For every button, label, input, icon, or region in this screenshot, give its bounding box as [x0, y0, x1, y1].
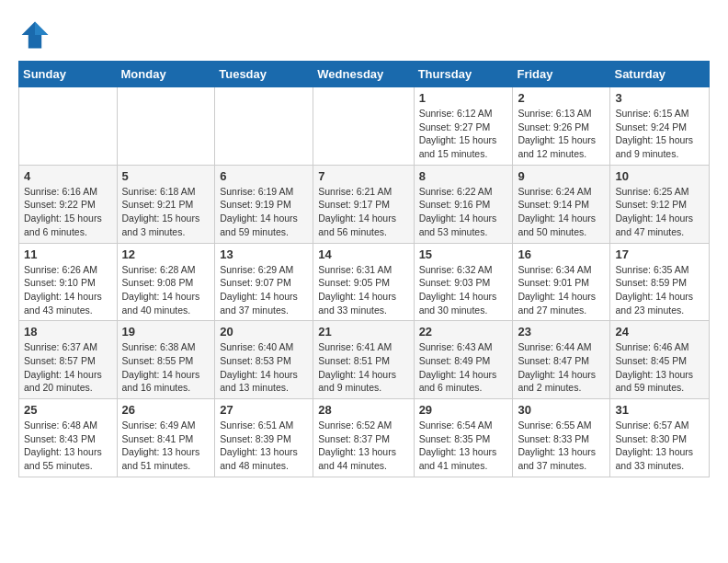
day-info: Sunrise: 6:37 AM Sunset: 8:57 PM Dayligh…: [24, 340, 112, 395]
calendar-cell: 5Sunrise: 6:18 AM Sunset: 9:21 PM Daylig…: [117, 165, 215, 243]
day-number: 6: [220, 169, 308, 183]
day-number: 23: [518, 325, 605, 339]
day-header-thursday: Thursday: [414, 62, 513, 87]
day-info: Sunrise: 6:41 AM Sunset: 8:51 PM Dayligh…: [318, 340, 408, 395]
calendar-cell: 31Sunrise: 6:57 AM Sunset: 8:30 PM Dayli…: [610, 399, 710, 477]
calendar-cell: 25Sunrise: 6:48 AM Sunset: 8:43 PM Dayli…: [19, 399, 118, 477]
day-info: Sunrise: 6:49 AM Sunset: 8:41 PM Dayligh…: [122, 419, 210, 473]
day-number: 8: [419, 169, 508, 183]
calendar-cell: 14Sunrise: 6:31 AM Sunset: 9:05 PM Dayli…: [313, 243, 414, 321]
calendar-cell: 27Sunrise: 6:51 AM Sunset: 8:39 PM Dayli…: [215, 399, 313, 477]
day-number: 24: [615, 325, 704, 339]
day-number: 16: [518, 247, 605, 261]
calendar-cell: 7Sunrise: 6:21 AM Sunset: 9:17 PM Daylig…: [313, 165, 414, 243]
day-number: 17: [615, 247, 704, 261]
calendar-cell: 26Sunrise: 6:49 AM Sunset: 8:41 PM Dayli…: [117, 399, 215, 477]
day-info: Sunrise: 6:55 AM Sunset: 8:33 PM Dayligh…: [518, 419, 605, 473]
day-info: Sunrise: 6:19 AM Sunset: 9:19 PM Dayligh…: [220, 185, 308, 239]
day-header-sunday: Sunday: [19, 62, 118, 87]
day-info: Sunrise: 6:34 AM Sunset: 9:01 PM Dayligh…: [518, 263, 605, 317]
calendar-cell: 11Sunrise: 6:26 AM Sunset: 9:10 PM Dayli…: [19, 243, 118, 321]
calendar-cell: 16Sunrise: 6:34 AM Sunset: 9:01 PM Dayli…: [513, 243, 610, 321]
day-info: Sunrise: 6:28 AM Sunset: 9:08 PM Dayligh…: [122, 263, 210, 317]
day-info: Sunrise: 6:32 AM Sunset: 9:03 PM Dayligh…: [419, 263, 508, 317]
day-number: 18: [24, 325, 112, 339]
page-header: [18, 18, 710, 52]
day-info: Sunrise: 6:43 AM Sunset: 8:49 PM Dayligh…: [419, 340, 508, 395]
day-info: Sunrise: 6:40 AM Sunset: 8:53 PM Dayligh…: [220, 340, 308, 395]
day-info: Sunrise: 6:12 AM Sunset: 9:27 PM Dayligh…: [419, 107, 508, 161]
day-header-tuesday: Tuesday: [215, 62, 313, 87]
day-header-wednesday: Wednesday: [313, 62, 414, 87]
day-info: Sunrise: 6:38 AM Sunset: 8:55 PM Dayligh…: [122, 340, 210, 395]
calendar-cell: 15Sunrise: 6:32 AM Sunset: 9:03 PM Dayli…: [414, 243, 513, 321]
calendar-cell: 28Sunrise: 6:52 AM Sunset: 8:37 PM Dayli…: [313, 399, 414, 477]
calendar-cell: 30Sunrise: 6:55 AM Sunset: 8:33 PM Dayli…: [513, 399, 610, 477]
calendar-week-4: 18Sunrise: 6:37 AM Sunset: 8:57 PM Dayli…: [19, 321, 710, 399]
day-number: 22: [419, 325, 508, 339]
day-info: Sunrise: 6:54 AM Sunset: 8:35 PM Dayligh…: [419, 419, 508, 473]
calendar-cell: 9Sunrise: 6:24 AM Sunset: 9:14 PM Daylig…: [513, 165, 610, 243]
day-info: Sunrise: 6:25 AM Sunset: 9:12 PM Dayligh…: [615, 185, 704, 239]
day-info: Sunrise: 6:15 AM Sunset: 9:24 PM Dayligh…: [615, 107, 704, 161]
day-number: 11: [24, 247, 112, 261]
calendar-cell: 8Sunrise: 6:22 AM Sunset: 9:16 PM Daylig…: [414, 165, 513, 243]
day-number: 30: [518, 403, 605, 417]
day-info: Sunrise: 6:31 AM Sunset: 9:05 PM Dayligh…: [318, 263, 408, 317]
day-number: 3: [615, 91, 704, 105]
calendar-cell: 1Sunrise: 6:12 AM Sunset: 9:27 PM Daylig…: [414, 87, 513, 166]
calendar-cell: 20Sunrise: 6:40 AM Sunset: 8:53 PM Dayli…: [215, 321, 313, 399]
day-number: 1: [419, 91, 508, 105]
day-number: 21: [318, 325, 408, 339]
day-info: Sunrise: 6:29 AM Sunset: 9:07 PM Dayligh…: [220, 263, 308, 317]
day-header-monday: Monday: [117, 62, 215, 87]
day-number: 10: [615, 169, 704, 183]
calendar-cell: [117, 87, 215, 166]
calendar-cell: 2Sunrise: 6:13 AM Sunset: 9:26 PM Daylig…: [513, 87, 610, 166]
day-number: 5: [122, 169, 210, 183]
day-number: 9: [518, 169, 605, 183]
day-number: 14: [318, 247, 408, 261]
day-info: Sunrise: 6:35 AM Sunset: 8:59 PM Dayligh…: [615, 263, 704, 317]
calendar-cell: 24Sunrise: 6:46 AM Sunset: 8:45 PM Dayli…: [610, 321, 710, 399]
calendar-cell: 13Sunrise: 6:29 AM Sunset: 9:07 PM Dayli…: [215, 243, 313, 321]
day-number: 29: [419, 403, 508, 417]
day-info: Sunrise: 6:13 AM Sunset: 9:26 PM Dayligh…: [518, 107, 605, 161]
calendar-cell: 21Sunrise: 6:41 AM Sunset: 8:51 PM Dayli…: [313, 321, 414, 399]
day-info: Sunrise: 6:22 AM Sunset: 9:16 PM Dayligh…: [419, 185, 508, 239]
day-number: 15: [419, 247, 508, 261]
calendar-cell: [313, 87, 414, 166]
day-info: Sunrise: 6:24 AM Sunset: 9:14 PM Dayligh…: [518, 185, 605, 239]
day-info: Sunrise: 6:51 AM Sunset: 8:39 PM Dayligh…: [220, 419, 308, 473]
day-number: 25: [24, 403, 112, 417]
day-info: Sunrise: 6:46 AM Sunset: 8:45 PM Dayligh…: [615, 340, 704, 395]
day-number: 13: [220, 247, 308, 261]
day-info: Sunrise: 6:16 AM Sunset: 9:22 PM Dayligh…: [24, 185, 112, 239]
day-info: Sunrise: 6:44 AM Sunset: 8:47 PM Dayligh…: [518, 340, 605, 395]
calendar-header-row: SundayMondayTuesdayWednesdayThursdayFrid…: [19, 62, 710, 87]
calendar-week-3: 11Sunrise: 6:26 AM Sunset: 9:10 PM Dayli…: [19, 243, 710, 321]
svg-marker-1: [35, 22, 48, 35]
day-info: Sunrise: 6:57 AM Sunset: 8:30 PM Dayligh…: [615, 419, 704, 473]
calendar-cell: 29Sunrise: 6:54 AM Sunset: 8:35 PM Dayli…: [414, 399, 513, 477]
calendar-cell: 23Sunrise: 6:44 AM Sunset: 8:47 PM Dayli…: [513, 321, 610, 399]
calendar-week-5: 25Sunrise: 6:48 AM Sunset: 8:43 PM Dayli…: [19, 399, 710, 477]
calendar-cell: 6Sunrise: 6:19 AM Sunset: 9:19 PM Daylig…: [215, 165, 313, 243]
day-number: 12: [122, 247, 210, 261]
day-number: 20: [220, 325, 308, 339]
day-info: Sunrise: 6:26 AM Sunset: 9:10 PM Dayligh…: [24, 263, 112, 317]
calendar-cell: [19, 87, 118, 166]
day-info: Sunrise: 6:52 AM Sunset: 8:37 PM Dayligh…: [318, 419, 408, 473]
day-number: 2: [518, 91, 605, 105]
day-number: 31: [615, 403, 704, 417]
calendar-cell: [215, 87, 313, 166]
day-header-saturday: Saturday: [610, 62, 710, 87]
calendar-week-1: 1Sunrise: 6:12 AM Sunset: 9:27 PM Daylig…: [19, 87, 710, 166]
calendar-cell: 17Sunrise: 6:35 AM Sunset: 8:59 PM Dayli…: [610, 243, 710, 321]
day-number: 27: [220, 403, 308, 417]
day-number: 19: [122, 325, 210, 339]
day-number: 7: [318, 169, 408, 183]
calendar-cell: 12Sunrise: 6:28 AM Sunset: 9:08 PM Dayli…: [117, 243, 215, 321]
day-info: Sunrise: 6:18 AM Sunset: 9:21 PM Dayligh…: [122, 185, 210, 239]
calendar-cell: 22Sunrise: 6:43 AM Sunset: 8:49 PM Dayli…: [414, 321, 513, 399]
